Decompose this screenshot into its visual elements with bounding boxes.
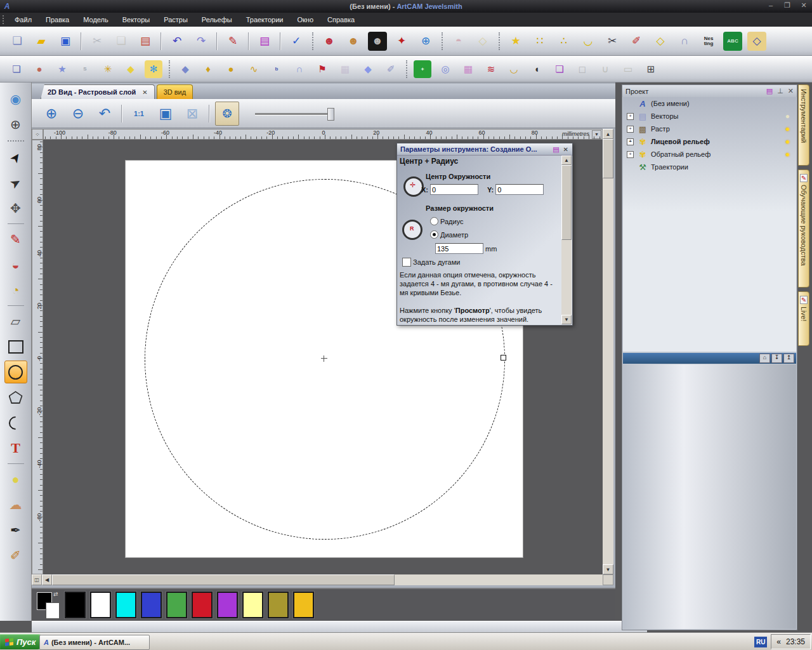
pencil-tool-button[interactable]: ✎ — [4, 228, 27, 251]
render-lamp-button[interactable]: ✦ — [392, 32, 411, 51]
menu-5[interactable]: Растры — [157, 14, 195, 25]
pan-globe-button[interactable]: ⊕ — [4, 113, 27, 136]
arc-tool-button[interactable] — [4, 411, 27, 434]
horizontal-scroll-thumb[interactable] — [52, 574, 395, 585]
menu-1[interactable]: Файл — [8, 14, 39, 25]
palette-swatch-8[interactable] — [242, 592, 263, 618]
zoom-1to1-button[interactable]: 1:1 — [128, 102, 150, 125]
text-tool-button[interactable]: T — [4, 437, 27, 460]
vertical-scroll-track[interactable] — [603, 178, 613, 564]
bitmap-bear-dark-button[interactable]: ☻ — [368, 32, 387, 51]
dialog-title-bar[interactable]: Параметры инструмента: Создание О... ▤ ✕ — [397, 143, 572, 156]
flat-relief-button[interactable]: ◆ — [122, 60, 140, 78]
tree-item-3[interactable]: +✾Лицевой рельеф● — [623, 135, 796, 148]
tree-item-2[interactable]: +▩Растр● — [623, 123, 796, 135]
save-button[interactable]: ▣ — [56, 32, 75, 51]
help-book-button[interactable]: ▤ — [255, 32, 274, 51]
plane-relief-button[interactable]: ◆ — [176, 60, 194, 78]
taskbar-item-artcam[interactable]: A (Без имени) - ArtCAM... — [39, 635, 150, 650]
palette-swatch-6[interactable] — [192, 592, 213, 618]
swash-text-button[interactable]: S — [76, 60, 94, 78]
node-edit-button[interactable]: ➤ — [4, 171, 27, 194]
measure-button[interactable]: ✐ — [627, 32, 646, 51]
star-waves-button[interactable]: ≋ — [482, 60, 500, 78]
paste-relief-button[interactable]: ❏ — [551, 60, 568, 78]
menu-8[interactable]: Окно — [291, 14, 321, 25]
y-input[interactable] — [495, 184, 544, 195]
swirl-relief-button[interactable]: ∿ — [245, 60, 263, 78]
star-wizard-button[interactable]: ★ — [506, 32, 525, 51]
visibility-bulb-icon[interactable]: ● — [785, 112, 790, 121]
arc-handles-button[interactable]: ◡ — [505, 60, 523, 78]
copy-button[interactable]: ❏ — [112, 32, 131, 51]
trim-vectors-button[interactable]: ✂ — [603, 32, 622, 51]
sphere-relief-button[interactable]: ● — [222, 60, 240, 78]
tab-close-icon[interactable]: ✕ — [142, 89, 147, 96]
ruler-options-icon[interactable]: ▾ — [592, 130, 601, 139]
palette-swatch-5[interactable] — [166, 592, 187, 618]
tab-3d-view[interactable]: 3D вид — [157, 84, 193, 99]
wrap-plane-button[interactable]: ◇ — [747, 32, 766, 51]
vertical-scrollbar[interactable]: ▲ ▼ — [603, 129, 613, 574]
side-tab-3[interactable]: ✎Live! — [798, 291, 809, 346]
new-file-button[interactable]: ❏ — [8, 32, 27, 51]
palette-swatch-1[interactable] — [65, 592, 86, 618]
secondary-color-swatch[interactable] — [46, 602, 60, 619]
sculpt-tool-button[interactable]: ✒ — [4, 519, 27, 541]
menu-3[interactable]: Модель — [76, 14, 115, 25]
dialog-scrollbar[interactable]: ▲ ▼ — [561, 156, 572, 324]
scroll-up-icon[interactable]: ▲ — [603, 129, 613, 139]
menu-6[interactable]: Рельефы — [195, 14, 239, 25]
start-button[interactable]: Пуск — [0, 634, 44, 649]
dialog-help-book-icon[interactable]: ▤ — [553, 145, 559, 154]
paste-button[interactable]: ▤ — [136, 32, 155, 51]
collapse-down-icon[interactable]: ↧ — [771, 354, 782, 363]
undo-button[interactable]: ↶ — [167, 32, 187, 51]
tray-chevron-icon[interactable]: « — [776, 637, 781, 646]
palette-swatch-4[interactable] — [141, 592, 162, 618]
palette-swatch-7[interactable] — [217, 592, 238, 618]
primary-secondary-colors[interactable]: ⇄ — [37, 592, 58, 618]
vector-select-button[interactable]: ▱ — [4, 310, 27, 333]
measure-tape-button[interactable]: ◔ — [4, 279, 27, 302]
notes-button[interactable]: ✎ — [223, 32, 242, 51]
slider-track[interactable] — [255, 113, 334, 116]
menu-4[interactable]: Векторы — [115, 14, 157, 25]
expand-icon[interactable]: + — [627, 113, 634, 120]
zoom-in-button[interactable]: ⊕ — [40, 102, 63, 125]
palette-swatch-10[interactable] — [293, 592, 314, 618]
wrap-arch-button[interactable]: ∩ — [291, 60, 308, 78]
diameter-radio[interactable] — [430, 230, 438, 239]
dome-tool-button[interactable]: ☁ — [4, 493, 27, 516]
arc-create-button[interactable]: ◡ — [579, 32, 598, 51]
zoom-out-button[interactable]: ⊖ — [67, 102, 89, 125]
offset-vector-button[interactable]: ◇ — [651, 32, 670, 51]
droplet-tool-button[interactable]: ● — [4, 468, 27, 491]
vector-to-bitmap-button[interactable]: ◓ — [449, 32, 468, 51]
project-close-icon[interactable]: ✕ — [788, 87, 794, 95]
wrap-ribbon-button[interactable]: ∩ — [675, 32, 694, 51]
teardrop-relief-button[interactable]: ● — [30, 60, 48, 78]
side-tab-2[interactable]: ✎Обучающие руководства — [798, 169, 809, 288]
side-tab-1[interactable]: Инструментарий — [798, 84, 809, 166]
palette-swatch-9[interactable] — [268, 592, 289, 618]
swap-colors-icon[interactable]: ⇄ — [53, 591, 58, 597]
expand-icon[interactable]: + — [627, 126, 634, 133]
menu-9[interactable]: Справка — [320, 14, 362, 25]
emboss-blocks-button[interactable]: b — [268, 60, 285, 78]
arcs-checkbox[interactable] — [402, 258, 411, 267]
zoom-region-button[interactable]: ◉ — [4, 88, 27, 110]
zoom-extents-button[interactable]: ⊠ — [181, 102, 204, 125]
menu-7[interactable]: Траектории — [239, 14, 291, 25]
redo-button[interactable]: ↷ — [192, 32, 211, 51]
scroll-split-icon[interactable]: ◫ — [32, 574, 42, 585]
copy-model-button[interactable]: ❏ — [8, 60, 25, 78]
open-folder-button[interactable]: ▰ — [32, 32, 51, 51]
expand-icon[interactable]: + — [627, 151, 634, 158]
tab-2d-view[interactable]: 2D Вид - Растровый слой ✕ — [41, 84, 155, 99]
visibility-bulb-icon[interactable]: ● — [785, 150, 790, 159]
x-input[interactable] — [430, 184, 478, 195]
texture-relief-button[interactable]: ✻ — [145, 60, 162, 78]
smooth-eraser-button[interactable]: ✐ — [382, 60, 400, 78]
expand-icon[interactable]: + — [627, 138, 634, 145]
